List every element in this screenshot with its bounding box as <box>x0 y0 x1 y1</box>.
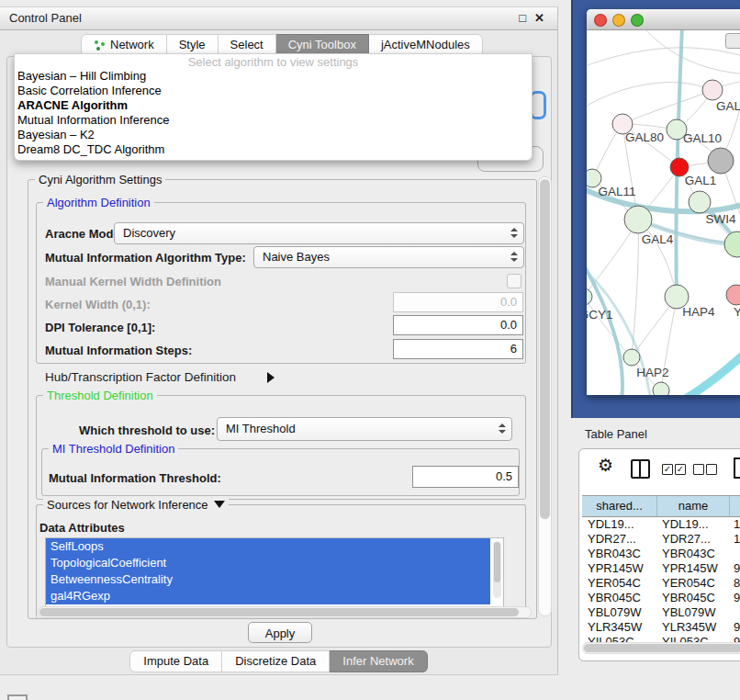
column-header-a[interactable]: A <box>730 496 740 516</box>
new-table-icon[interactable] <box>734 457 740 479</box>
zoom-light[interactable] <box>631 14 644 27</box>
node-label: GAL11 <box>598 185 635 198</box>
dropdown-item-mutual-information-inference[interactable]: Mutual Information Inference <box>15 113 532 128</box>
algorithm-dropdown-popup: Select algorithm to view settings Bayesi… <box>14 53 533 161</box>
column-header-shared[interactable]: shared... <box>582 496 657 516</box>
expand-arrow-icon[interactable] <box>267 372 275 383</box>
dropdown-item-dream8-dc-tdc-algorithm[interactable]: Dream8 DC_TDC Algorithm <box>15 142 532 157</box>
attribute-item-gal4rgexp[interactable]: gal4RGexp <box>46 588 490 604</box>
algorithm-definition-title: Algorithm Definition <box>43 196 154 209</box>
dropdown-placeholder: Select algorithm to view settings <box>15 55 532 69</box>
minimize-light[interactable] <box>612 14 625 27</box>
node-table: shared...nameA YDL19...YDL19...13YDR27..… <box>582 495 740 649</box>
table-cell: YPR145W <box>582 561 656 576</box>
deselect-all-icon[interactable] <box>693 464 704 475</box>
node-hap2[interactable] <box>623 349 640 366</box>
node-y[interactable] <box>726 285 740 305</box>
deselect-all-icon[interactable] <box>706 464 717 475</box>
table-row[interactable]: YBR043CYBR043C <box>582 547 740 561</box>
which-threshold-value: MI Threshold <box>226 422 296 435</box>
table-cell: YLR345W <box>582 620 656 635</box>
table-row[interactable]: YBL079WYBL079W <box>582 605 740 620</box>
desktop-background: GALGAL80GAL10GAL1GAL11SWI4GAL4GCY1HAP4YH… <box>571 0 740 418</box>
network-canvas[interactable]: GALGAL80GAL10GAL1GAL11SWI4GAL4GCY1HAP4YH… <box>587 30 740 395</box>
columns-icon[interactable] <box>631 459 650 479</box>
highlighted-edge <box>684 350 740 395</box>
node-swi4[interactable] <box>689 191 711 213</box>
dropdown-items: Bayesian – Hill ClimbingBasic Correlatio… <box>15 69 532 157</box>
gear-icon[interactable]: ⚙ <box>598 455 613 476</box>
stepper-icon <box>499 423 506 435</box>
node-gcy1[interactable] <box>587 288 592 305</box>
window-title: Control Panel <box>9 11 82 25</box>
node-unlabeled[interactable] <box>653 382 669 395</box>
attr-items: SelfLoopsTopologicalCoefficientBetweenne… <box>46 538 503 604</box>
table-row[interactable]: YLR345WYLR345W9. <box>582 620 740 635</box>
node-label: GAL4 <box>642 232 674 246</box>
attribute-item-betweennesscentrality[interactable]: BetweennessCentrality <box>46 571 490 588</box>
apply-button[interactable]: Apply <box>248 622 312 643</box>
node-gal4[interactable] <box>624 206 652 233</box>
minimized-panel-icon[interactable] <box>7 694 28 700</box>
close-light[interactable] <box>594 14 607 27</box>
table-cell: 13 <box>728 517 740 532</box>
table-panel-title: Table Panel <box>585 427 647 441</box>
float-window-icon[interactable]: □ <box>519 11 526 25</box>
manual-kernel-checkbox[interactable] <box>507 274 521 288</box>
table-row[interactable]: YER054CYER054C8. <box>582 576 740 591</box>
column-header-name[interactable]: name <box>657 496 730 516</box>
tab-label: jActiveMNodules <box>381 35 470 55</box>
table-row[interactable]: YDR27...YDR27...12 <box>582 532 740 547</box>
mi-threshold-field[interactable]: 0.5 <box>412 466 519 488</box>
node-unlabeled[interactable] <box>724 231 740 257</box>
network-view-window: GALGAL80GAL10GAL1GAL11SWI4GAL4GCY1HAP4YH… <box>587 9 740 395</box>
mi-type-label: Mutual Information Algorithm Type: <box>45 251 246 265</box>
mi-type-combo[interactable]: Naive Bayes <box>253 246 524 268</box>
collapse-arrow-icon[interactable] <box>214 501 225 508</box>
tab-label: Cyni Toolbox <box>288 35 356 55</box>
data-attributes-list: SelfLoopsTopologicalCoefficientBetweenne… <box>45 537 504 607</box>
mi-steps-label: Mutual Information Steps: <box>45 344 192 357</box>
table-cell: YBR043C <box>582 547 656 561</box>
sources-hscrollbar[interactable] <box>38 606 532 618</box>
table-row[interactable]: YBR045CYBR045C9. <box>582 591 740 605</box>
aracne-mode-combo[interactable]: Discovery <box>114 222 524 244</box>
which-threshold-combo[interactable]: MI Threshold <box>217 417 512 441</box>
dropdown-item-bayesian-k2[interactable]: Bayesian – K2 <box>15 128 532 142</box>
node-label: HAP2 <box>636 366 668 379</box>
tab-infer-network[interactable]: Infer Network <box>330 650 427 672</box>
table-row[interactable]: YDL19...YDL19...13 <box>582 517 740 532</box>
close-window-icon[interactable]: ✕ <box>534 11 544 25</box>
attributes-scrollbar[interactable] <box>493 541 501 598</box>
table-cell <box>728 605 740 620</box>
attribute-item-topologicalcoefficient[interactable]: TopologicalCoefficient <box>46 555 490 571</box>
node-gal[interactable] <box>702 80 723 100</box>
table-hscrollbar[interactable] <box>582 642 740 654</box>
tab-impute-data[interactable]: Impute Data <box>129 650 222 672</box>
kernel-width-field[interactable]: 0.0 <box>393 292 523 312</box>
table-cell: YDR27... <box>656 532 728 547</box>
data-attributes-label: Data Attributes <box>39 521 125 535</box>
settings-scrollbar[interactable] <box>538 176 552 616</box>
table-cell: 9. <box>728 591 740 605</box>
node-label: GAL80 <box>625 130 664 144</box>
node-label: GAL <box>716 99 740 113</box>
select-all-icon[interactable]: ✓ <box>675 464 686 475</box>
aracne-mode-label: Aracne Mode: <box>45 227 124 241</box>
dropdown-item-bayesian-hill-climbing[interactable]: Bayesian – Hill Climbing <box>15 69 532 84</box>
node-label: GAL1 <box>685 174 717 187</box>
node-unlabeled[interactable] <box>708 148 734 174</box>
mi-steps-field[interactable]: 6 <box>393 339 523 359</box>
dpi-tolerance-field[interactable]: 0.0 <box>393 315 523 335</box>
dropdown-item-basic-correlation-inference[interactable]: Basic Correlation Inference <box>15 84 532 98</box>
network-icon <box>94 40 106 51</box>
table-cell: 9. <box>728 561 740 576</box>
dropdown-item-aracne-algorithm[interactable]: ARACNE Algorithm <box>15 98 532 113</box>
tab-discretize-data[interactable]: Discretize Data <box>222 650 330 672</box>
attribute-item-selfloops[interactable]: SelfLoops <box>46 538 490 555</box>
kernel-width-label: Kernel Width (0,1): <box>45 298 151 311</box>
which-threshold-label: Which threshold to use: <box>79 423 215 437</box>
stepper-icon <box>510 228 518 239</box>
table-row[interactable]: YPR145WYPR145W9. <box>582 561 740 576</box>
select-all-icon[interactable]: ✓ <box>662 464 673 475</box>
